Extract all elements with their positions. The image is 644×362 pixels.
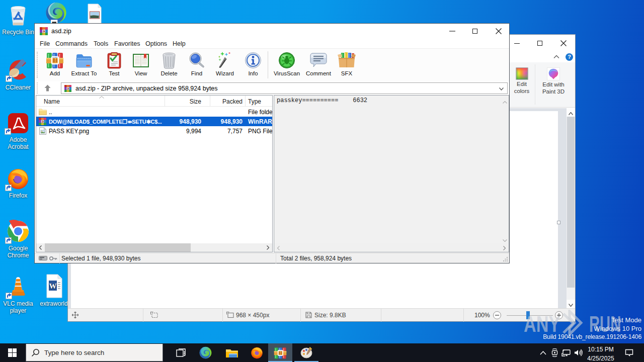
svg-text:W: W <box>49 282 57 290</box>
